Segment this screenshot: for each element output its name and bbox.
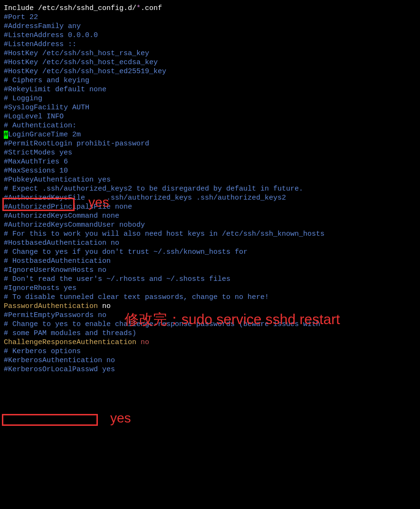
config-line: # Change to yes if you don't trust ~/.ss…: [4, 248, 416, 257]
config-line: ChallengeResponseAuthentication no: [4, 338, 416, 347]
config-line: #MaxSessions 10: [4, 166, 416, 175]
config-line: # Authentication:: [4, 121, 416, 130]
config-line-password-auth: PasswordAuthentication no: [4, 302, 416, 311]
config-line: #KerberosAuthentication no: [4, 356, 416, 365]
config-line: # To disable tunneled clear text passwor…: [4, 293, 416, 302]
config-line: #HostKey /etc/ssh/ssh_host_rsa_key: [4, 49, 416, 58]
annotation-box-permit-root: [2, 198, 75, 211]
config-line: #ListenAddress ::: [4, 40, 416, 49]
config-line: # some PAM modules and threads): [4, 329, 416, 338]
config-line-permit-root: #PermitRootLogin prohibit-password: [4, 139, 416, 148]
annotation-text-restart: 修改完：sudo service sshd restart: [124, 315, 340, 324]
text: LoginGraceTime 2m: [8, 131, 81, 139]
config-line: #HostKey /etc/ssh/ssh_host_ecdsa_key: [4, 58, 416, 67]
annotation-text-yes-2: yes: [110, 413, 131, 423]
config-line: #AuthorizedKeysCommand none: [4, 211, 416, 221]
config-line: # HostbasedAuthentication: [4, 257, 416, 266]
config-line: #StrictModes yes: [4, 148, 416, 157]
cursor-position: #: [4, 131, 8, 139]
config-line: #PubkeyAuthentication yes: [4, 175, 416, 184]
annotation-text-yes-1: yes: [88, 198, 109, 207]
config-line: #AuthorizedKeysCommandUser nobody: [4, 221, 416, 230]
config-line: #KerberosOrLocalPasswd yes: [4, 365, 416, 374]
config-line: #HostbasedAuthentication no: [4, 239, 416, 248]
config-line: # Logging: [4, 94, 416, 103]
text: no: [98, 302, 111, 310]
config-line: # Expect .ssh/authorized_keys2 to be dis…: [4, 184, 416, 193]
text: *: [136, 4, 141, 12]
config-line: Include /etc/ssh/sshd_config.d/*.conf: [4, 4, 416, 13]
text: no: [141, 338, 149, 346]
annotation-box-password-auth: [2, 414, 98, 426]
config-line: #MaxAuthTries 6: [4, 157, 416, 166]
config-line: # Ciphers and keying: [4, 76, 416, 85]
config-line: #IgnoreUserKnownHosts no: [4, 266, 416, 275]
config-line: #LogLevel INFO: [4, 112, 416, 121]
config-line: # Don't read the user's ~/.rhosts and ~/…: [4, 275, 416, 284]
config-line: # Kerberos options: [4, 347, 416, 356]
config-line: #Port 22: [4, 13, 416, 22]
text: Include /etc/ssh/sshd_config.d/: [4, 4, 136, 12]
config-line: #ListenAddress 0.0.0.0: [4, 31, 416, 40]
config-line: #SyslogFacility AUTH: [4, 103, 416, 112]
config-line: #RekeyLimit default none: [4, 85, 416, 94]
text: .conf: [141, 4, 162, 12]
text: PasswordAuthentication: [4, 302, 98, 310]
config-line: #LoginGraceTime 2m: [4, 130, 416, 139]
config-line: #AddressFamily any: [4, 22, 416, 31]
text: ChallengeResponseAuthentication: [4, 338, 141, 346]
config-line: #HostKey /etc/ssh/ssh_host_ed25519_key: [4, 67, 416, 76]
config-line: #IgnoreRhosts yes: [4, 284, 416, 293]
config-line: # For this to work you will also need ho…: [4, 230, 416, 239]
